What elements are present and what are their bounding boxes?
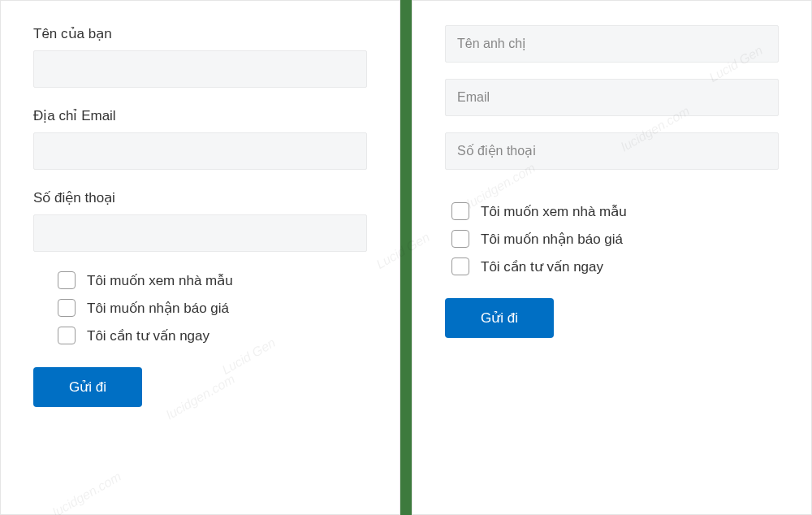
phone-input[interactable] xyxy=(445,132,779,170)
checkbox-icon xyxy=(451,258,469,275)
form-panel-left: Tên của bạn Địa chỉ Email Số điện thoại … xyxy=(0,0,400,515)
checkbox-row-consult[interactable]: Tôi cần tư vấn ngay xyxy=(451,258,779,275)
name-label: Tên của bạn xyxy=(33,25,367,42)
name-input[interactable] xyxy=(445,25,779,63)
checkbox-group-right: Tôi muốn xem nhà mẫu Tôi muốn nhận báo g… xyxy=(445,202,779,275)
email-label: Địa chỉ Email xyxy=(33,107,367,124)
phone-field-group: Số điện thoại xyxy=(33,189,367,252)
name-input[interactable] xyxy=(33,50,367,88)
checkbox-row-consult[interactable]: Tôi cần tư vấn ngay xyxy=(58,327,367,344)
checkbox-row-model-house[interactable]: Tôi muốn xem nhà mẫu xyxy=(451,202,779,220)
checkbox-label: Tôi muốn nhận báo giá xyxy=(481,231,623,248)
email-input[interactable] xyxy=(445,79,779,116)
phone-label: Số điện thoại xyxy=(33,189,367,206)
checkbox-label: Tôi muốn xem nhà mẫu xyxy=(481,203,627,220)
email-field-group: Địa chỉ Email xyxy=(33,107,367,170)
checkbox-icon xyxy=(451,202,469,220)
phone-input[interactable] xyxy=(33,214,367,252)
checkbox-row-quote[interactable]: Tôi muốn nhận báo giá xyxy=(58,299,367,317)
checkbox-label: Tôi muốn nhận báo giá xyxy=(87,300,229,317)
checkbox-label: Tôi cần tư vấn ngay xyxy=(481,258,603,275)
checkbox-row-quote[interactable]: Tôi muốn nhận báo giá xyxy=(451,230,779,248)
checkbox-icon xyxy=(58,271,76,289)
checkbox-row-model-house[interactable]: Tôi muốn xem nhà mẫu xyxy=(58,271,367,289)
checkbox-icon xyxy=(58,299,76,317)
name-field-group: Tên của bạn xyxy=(33,25,367,88)
checkbox-icon xyxy=(58,327,76,344)
form-panel-right: Tôi muốn xem nhà mẫu Tôi muốn nhận báo g… xyxy=(412,0,812,515)
checkbox-label: Tôi cần tư vấn ngay xyxy=(87,327,209,344)
panel-divider xyxy=(400,0,412,515)
checkbox-icon xyxy=(451,230,469,248)
submit-button[interactable]: Gửi đi xyxy=(33,367,142,407)
submit-button[interactable]: Gửi đi xyxy=(445,298,554,338)
checkbox-group-left: Tôi muốn xem nhà mẫu Tôi muốn nhận báo g… xyxy=(33,271,367,344)
email-input[interactable] xyxy=(33,132,367,170)
checkbox-label: Tôi muốn xem nhà mẫu xyxy=(87,272,233,289)
